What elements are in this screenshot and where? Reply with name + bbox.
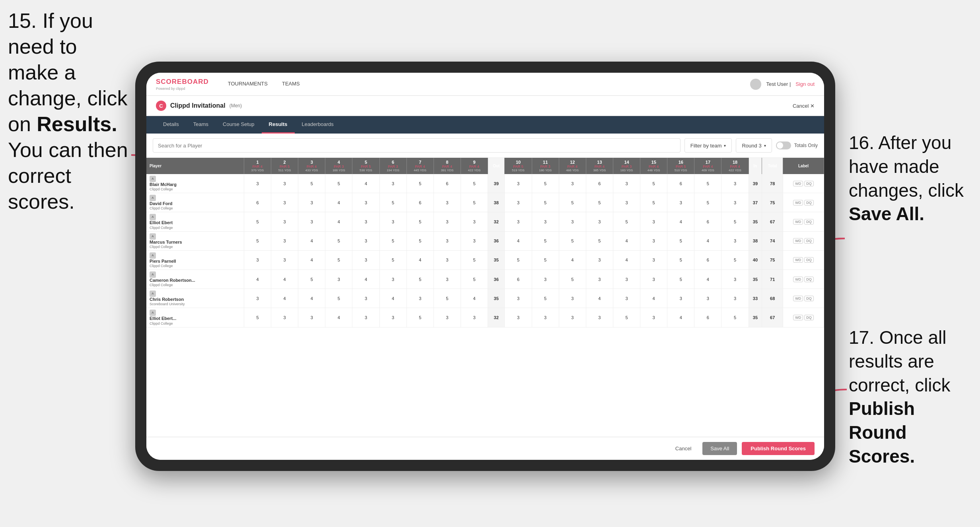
score-out-7[interactable]: 5 [406,212,434,231]
score-out-5[interactable]: 3 [352,212,379,231]
score-out-3[interactable]: 4 [298,250,325,269]
score-in-15[interactable]: 3 [640,250,667,269]
score-in-18[interactable]: 3 [721,193,749,212]
score-in-13[interactable]: 3 [586,212,613,231]
score-out-9[interactable]: 3 [461,212,488,231]
score-in-11[interactable]: 5 [532,193,559,212]
score-out-9[interactable]: 5 [461,193,488,212]
score-out-9[interactable]: 5 [461,269,488,289]
score-out-8[interactable]: 3 [434,212,461,231]
score-in-13[interactable]: 6 [586,174,613,193]
nav-tournaments[interactable]: TOURNAMENTS [221,73,275,96]
score-out-2[interactable]: 3 [271,250,298,269]
score-in-14[interactable]: 5 [613,212,640,231]
dq-button[interactable]: DQ [804,238,814,244]
score-out-4[interactable]: 5 [325,250,352,269]
score-out-2[interactable]: 3 [271,231,298,250]
score-out-4[interactable]: 4 [325,308,352,327]
score-in-17[interactable]: 4 [694,269,721,289]
publish-round-scores-button[interactable]: Publish Round Scores [742,442,815,455]
score-out-1[interactable]: 5 [244,308,271,327]
score-out-7[interactable]: 5 [406,231,434,250]
score-out-1[interactable]: 3 [244,174,271,193]
wd-button[interactable]: WD [793,219,803,225]
score-out-2[interactable]: 3 [271,193,298,212]
save-all-button[interactable]: Save All [702,442,737,455]
dq-button[interactable]: DQ [804,277,814,282]
wd-button[interactable]: WD [793,181,803,186]
score-out-8[interactable]: 5 [434,289,461,308]
score-in-12[interactable]: 4 [559,250,586,269]
score-in-11[interactable]: 5 [532,289,559,308]
score-in-16[interactable]: 5 [667,250,694,269]
score-out-6[interactable]: 3 [379,212,406,231]
score-out-2[interactable]: 3 [271,308,298,327]
tab-course-setup[interactable]: Course Setup [216,116,262,134]
score-out-3[interactable]: 3 [298,308,325,327]
score-in-15[interactable]: 3 [640,231,667,250]
score-in-13[interactable]: 5 [586,193,613,212]
score-out-8[interactable]: 3 [434,269,461,289]
score-in-16[interactable]: 6 [667,174,694,193]
wd-button[interactable]: WD [793,257,803,263]
score-out-7[interactable]: 5 [406,269,434,289]
score-in-17[interactable]: 3 [694,289,721,308]
score-out-2[interactable]: 3 [271,212,298,231]
score-in-12[interactable]: 3 [559,212,586,231]
score-in-10[interactable]: 3 [505,212,532,231]
score-out-3[interactable]: 3 [298,193,325,212]
score-in-12[interactable]: 3 [559,289,586,308]
score-in-17[interactable]: 6 [694,212,721,231]
score-in-11[interactable]: 5 [532,231,559,250]
tab-details[interactable]: Details [156,116,186,134]
score-in-12[interactable]: 3 [559,174,586,193]
cancel-tournament-button[interactable]: Cancel ✕ [793,103,815,109]
score-in-13[interactable]: 4 [586,289,613,308]
score-out-8[interactable]: 3 [434,250,461,269]
score-out-1[interactable]: 3 [244,289,271,308]
score-out-6[interactable]: 5 [379,231,406,250]
tab-results[interactable]: Results [262,116,295,134]
score-in-17[interactable]: 5 [694,174,721,193]
filter-team-button[interactable]: Filter by team ▾ [684,138,732,153]
score-in-15[interactable]: 3 [640,212,667,231]
score-out-4[interactable]: 4 [325,193,352,212]
score-out-9[interactable]: 5 [461,174,488,193]
score-out-3[interactable]: 3 [298,212,325,231]
score-out-3[interactable]: 4 [298,231,325,250]
score-in-10[interactable]: 3 [505,174,532,193]
score-out-8[interactable]: 3 [434,308,461,327]
score-in-16[interactable]: 3 [667,289,694,308]
score-in-18[interactable]: 3 [721,289,749,308]
score-out-9[interactable]: 3 [461,231,488,250]
score-out-3[interactable]: 5 [298,174,325,193]
search-input[interactable] [153,138,681,153]
score-out-1[interactable]: 5 [244,212,271,231]
score-out-1[interactable]: 5 [244,231,271,250]
score-out-3[interactable]: 4 [298,289,325,308]
score-in-12[interactable]: 5 [559,231,586,250]
sign-out-link[interactable]: Sign out [795,81,815,87]
score-out-2[interactable]: 4 [271,289,298,308]
score-out-6[interactable]: 3 [379,308,406,327]
wd-button[interactable]: WD [793,238,803,244]
score-out-6[interactable]: 4 [379,289,406,308]
dq-button[interactable]: DQ [804,181,814,186]
score-out-8[interactable]: 6 [434,174,461,193]
score-in-15[interactable]: 3 [640,269,667,289]
score-in-10[interactable]: 4 [505,231,532,250]
score-out-5[interactable]: 3 [352,250,379,269]
score-in-10[interactable]: 3 [505,193,532,212]
score-in-16[interactable]: 3 [667,193,694,212]
score-in-15[interactable]: 5 [640,193,667,212]
score-out-9[interactable]: 5 [461,250,488,269]
score-out-9[interactable]: 4 [461,289,488,308]
score-in-18[interactable]: 3 [721,231,749,250]
totals-only-toggle[interactable] [776,141,791,149]
score-in-16[interactable]: 5 [667,231,694,250]
score-out-4[interactable]: 4 [325,212,352,231]
score-out-5[interactable]: 3 [352,231,379,250]
score-out-4[interactable]: 5 [325,174,352,193]
score-in-17[interactable]: 6 [694,250,721,269]
wd-button[interactable]: WD [793,296,803,301]
